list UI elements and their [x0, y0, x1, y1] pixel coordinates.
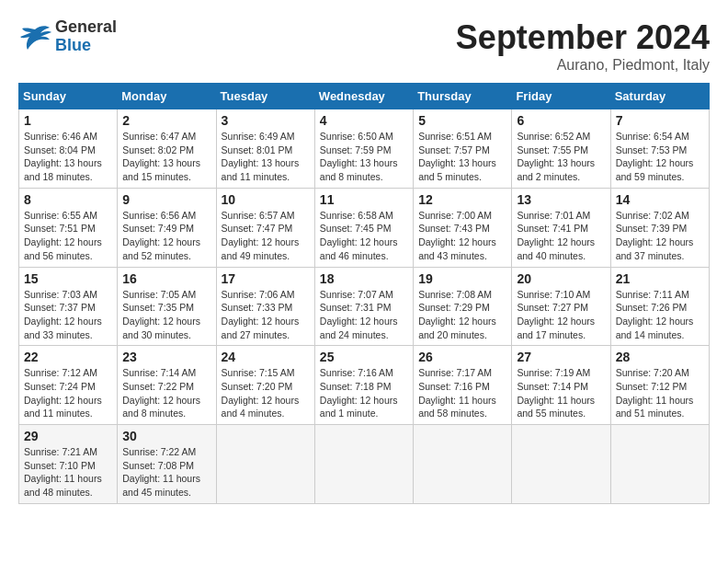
- cell-info: Sunrise: 7:07 AMSunset: 7:31 PMDaylight:…: [320, 288, 408, 342]
- cell-info: Sunrise: 7:16 AMSunset: 7:18 PMDaylight:…: [320, 366, 408, 420]
- calendar-cell: 4Sunrise: 6:50 AMSunset: 7:59 PMDaylight…: [314, 109, 413, 189]
- calendar-body: 1Sunrise: 6:46 AMSunset: 8:04 PMDaylight…: [19, 109, 710, 504]
- calendar-cell: 14Sunrise: 7:02 AMSunset: 7:39 PMDayligh…: [610, 188, 709, 267]
- cell-info: Sunrise: 6:52 AMSunset: 7:55 PMDaylight:…: [517, 130, 605, 184]
- day-number: 1: [24, 113, 112, 128]
- calendar-week-row: 15Sunrise: 7:03 AMSunset: 7:37 PMDayligh…: [19, 267, 710, 346]
- cell-info: Sunrise: 6:57 AMSunset: 7:47 PMDaylight:…: [222, 209, 310, 263]
- calendar-cell: 15Sunrise: 7:03 AMSunset: 7:37 PMDayligh…: [19, 267, 118, 346]
- calendar-cell: 30Sunrise: 7:22 AMSunset: 7:08 PMDayligh…: [118, 425, 216, 504]
- day-number: 21: [616, 271, 704, 286]
- calendar-cell: 5Sunrise: 6:51 AMSunset: 7:57 PMDaylight…: [414, 109, 512, 189]
- location-subtitle: Aurano, Piedmont, Italy: [456, 57, 710, 74]
- cell-info: Sunrise: 6:49 AMSunset: 8:01 PMDaylight:…: [222, 130, 310, 184]
- day-number: 2: [122, 113, 210, 128]
- col-header-sunday: Sunday: [19, 84, 118, 109]
- calendar-cell: 8Sunrise: 6:55 AMSunset: 7:51 PMDaylight…: [19, 188, 118, 267]
- cell-info: Sunrise: 7:14 AMSunset: 7:22 PMDaylight:…: [122, 366, 210, 420]
- day-number: 11: [320, 192, 408, 207]
- cell-info: Sunrise: 7:08 AMSunset: 7:29 PMDaylight:…: [418, 288, 506, 342]
- col-header-saturday: Saturday: [610, 84, 709, 109]
- calendar-cell: [314, 425, 413, 504]
- title-block: September 2024 Aurano, Piedmont, Italy: [456, 18, 710, 74]
- day-number: 13: [517, 192, 605, 207]
- day-number: 16: [122, 271, 210, 286]
- day-number: 4: [320, 113, 408, 128]
- calendar-cell: [414, 425, 512, 504]
- col-header-tuesday: Tuesday: [216, 84, 314, 109]
- col-header-wednesday: Wednesday: [314, 84, 413, 109]
- logo-line2: Blue: [55, 37, 117, 55]
- month-title: September 2024: [456, 18, 710, 57]
- cell-info: Sunrise: 7:03 AMSunset: 7:37 PMDaylight:…: [24, 288, 112, 342]
- calendar-cell: 13Sunrise: 7:01 AMSunset: 7:41 PMDayligh…: [512, 188, 610, 267]
- calendar-cell: 18Sunrise: 7:07 AMSunset: 7:31 PMDayligh…: [314, 267, 413, 346]
- day-number: 3: [222, 113, 310, 128]
- calendar-cell: 22Sunrise: 7:12 AMSunset: 7:24 PMDayligh…: [19, 346, 118, 425]
- day-number: 14: [616, 192, 704, 207]
- calendar-header-row: SundayMondayTuesdayWednesdayThursdayFrid…: [19, 84, 710, 109]
- cell-info: Sunrise: 7:02 AMSunset: 7:39 PMDaylight:…: [616, 209, 704, 263]
- calendar-cell: 25Sunrise: 7:16 AMSunset: 7:18 PMDayligh…: [314, 346, 413, 425]
- calendar-cell: 1Sunrise: 6:46 AMSunset: 8:04 PMDaylight…: [19, 109, 118, 189]
- calendar-cell: [610, 425, 709, 504]
- day-number: 28: [616, 350, 704, 364]
- cell-info: Sunrise: 7:19 AMSunset: 7:14 PMDaylight:…: [517, 366, 605, 420]
- calendar-week-row: 1Sunrise: 6:46 AMSunset: 8:04 PMDaylight…: [19, 109, 710, 189]
- calendar-cell: 16Sunrise: 7:05 AMSunset: 7:35 PMDayligh…: [118, 267, 216, 346]
- calendar-cell: [216, 425, 314, 504]
- col-header-friday: Friday: [512, 84, 610, 109]
- calendar-cell: [512, 425, 610, 504]
- calendar-cell: 10Sunrise: 6:57 AMSunset: 7:47 PMDayligh…: [216, 188, 314, 267]
- day-number: 7: [616, 113, 704, 128]
- calendar-cell: 19Sunrise: 7:08 AMSunset: 7:29 PMDayligh…: [414, 267, 512, 346]
- cell-info: Sunrise: 6:58 AMSunset: 7:45 PMDaylight:…: [320, 209, 408, 263]
- day-number: 12: [418, 192, 506, 207]
- calendar-cell: 7Sunrise: 6:54 AMSunset: 7:53 PMDaylight…: [610, 109, 709, 189]
- day-number: 19: [418, 271, 506, 286]
- cell-info: Sunrise: 7:17 AMSunset: 7:16 PMDaylight:…: [418, 366, 506, 420]
- cell-info: Sunrise: 7:05 AMSunset: 7:35 PMDaylight:…: [122, 288, 210, 342]
- day-number: 18: [320, 271, 408, 286]
- calendar-week-row: 8Sunrise: 6:55 AMSunset: 7:51 PMDaylight…: [19, 188, 710, 267]
- cell-info: Sunrise: 6:55 AMSunset: 7:51 PMDaylight:…: [24, 209, 112, 263]
- calendar-cell: 29Sunrise: 7:21 AMSunset: 7:10 PMDayligh…: [19, 425, 118, 504]
- logo-line1: General: [55, 18, 117, 37]
- cell-info: Sunrise: 7:06 AMSunset: 7:33 PMDaylight:…: [222, 288, 310, 342]
- calendar-cell: 3Sunrise: 6:49 AMSunset: 8:01 PMDaylight…: [216, 109, 314, 189]
- calendar-cell: 28Sunrise: 7:20 AMSunset: 7:12 PMDayligh…: [610, 346, 709, 425]
- day-number: 5: [418, 113, 506, 128]
- calendar-cell: 12Sunrise: 7:00 AMSunset: 7:43 PMDayligh…: [414, 188, 512, 267]
- day-number: 29: [24, 429, 112, 443]
- logo: General Blue: [18, 18, 117, 55]
- calendar-table: SundayMondayTuesdayWednesdayThursdayFrid…: [18, 83, 710, 504]
- calendar-cell: 17Sunrise: 7:06 AMSunset: 7:33 PMDayligh…: [216, 267, 314, 346]
- day-number: 23: [122, 350, 210, 364]
- logo-bird-icon: [18, 24, 51, 50]
- day-number: 9: [122, 192, 210, 207]
- calendar-cell: 27Sunrise: 7:19 AMSunset: 7:14 PMDayligh…: [512, 346, 610, 425]
- day-number: 22: [24, 350, 112, 364]
- day-number: 24: [222, 350, 310, 364]
- col-header-thursday: Thursday: [414, 84, 512, 109]
- calendar-week-row: 22Sunrise: 7:12 AMSunset: 7:24 PMDayligh…: [19, 346, 710, 425]
- day-number: 6: [517, 113, 605, 128]
- day-number: 10: [222, 192, 310, 207]
- cell-info: Sunrise: 7:11 AMSunset: 7:26 PMDaylight:…: [616, 288, 704, 342]
- cell-info: Sunrise: 7:12 AMSunset: 7:24 PMDaylight:…: [24, 366, 112, 420]
- day-number: 26: [418, 350, 506, 364]
- cell-info: Sunrise: 6:54 AMSunset: 7:53 PMDaylight:…: [616, 130, 704, 184]
- calendar-cell: 20Sunrise: 7:10 AMSunset: 7:27 PMDayligh…: [512, 267, 610, 346]
- cell-info: Sunrise: 7:10 AMSunset: 7:27 PMDaylight:…: [517, 288, 605, 342]
- calendar-cell: 21Sunrise: 7:11 AMSunset: 7:26 PMDayligh…: [610, 267, 709, 346]
- cell-info: Sunrise: 7:15 AMSunset: 7:20 PMDaylight:…: [222, 366, 310, 420]
- day-number: 27: [517, 350, 605, 364]
- calendar-cell: 2Sunrise: 6:47 AMSunset: 8:02 PMDaylight…: [118, 109, 216, 189]
- calendar-cell: 23Sunrise: 7:14 AMSunset: 7:22 PMDayligh…: [118, 346, 216, 425]
- cell-info: Sunrise: 6:46 AMSunset: 8:04 PMDaylight:…: [24, 130, 112, 184]
- calendar-cell: 9Sunrise: 6:56 AMSunset: 7:49 PMDaylight…: [118, 188, 216, 267]
- day-number: 15: [24, 271, 112, 286]
- cell-info: Sunrise: 6:50 AMSunset: 7:59 PMDaylight:…: [320, 130, 408, 184]
- col-header-monday: Monday: [118, 84, 216, 109]
- calendar-week-row: 29Sunrise: 7:21 AMSunset: 7:10 PMDayligh…: [19, 425, 710, 504]
